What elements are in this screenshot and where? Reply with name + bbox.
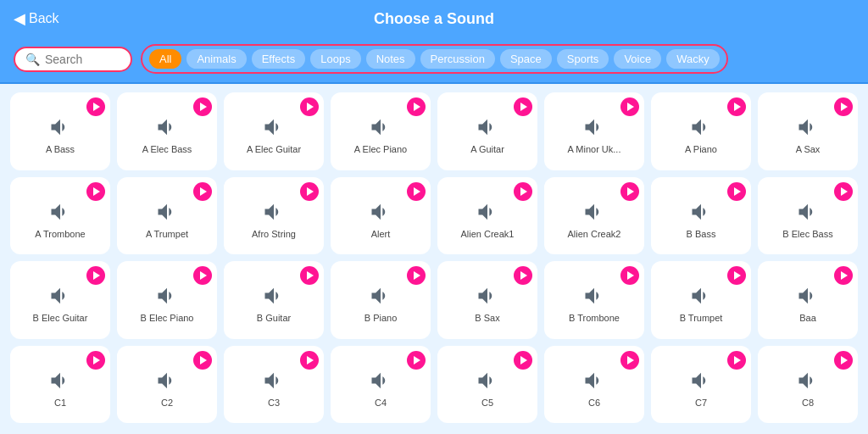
sound-label: A Sax: [796, 144, 821, 155]
play-button[interactable]: [834, 266, 853, 285]
sound-card[interactable]: A Elec Guitar: [224, 92, 324, 170]
filter-tab-effects[interactable]: Effects: [252, 49, 306, 69]
play-button[interactable]: [193, 351, 212, 370]
sound-card[interactable]: B Piano: [331, 261, 431, 339]
play-button[interactable]: [300, 351, 319, 370]
speaker-icon: [47, 369, 74, 392]
sound-label: B Trombone: [569, 313, 620, 324]
speaker-icon: [260, 369, 287, 392]
sound-card[interactable]: Afro String: [224, 177, 324, 255]
sound-card[interactable]: Alien Creak2: [544, 177, 644, 255]
sound-card[interactable]: B Sax: [437, 261, 537, 339]
play-button[interactable]: [514, 266, 532, 285]
search-input[interactable]: [45, 53, 121, 66]
play-button[interactable]: [834, 351, 853, 370]
sound-card[interactable]: B Trumpet: [651, 261, 751, 339]
speaker-icon: [794, 369, 821, 392]
speaker-icon: [474, 284, 501, 308]
sound-card[interactable]: A Guitar: [437, 92, 537, 170]
sound-card[interactable]: B Elec Guitar: [10, 261, 110, 339]
sound-card[interactable]: C7: [651, 346, 751, 424]
play-button[interactable]: [727, 266, 746, 285]
speaker-icon: [367, 200, 394, 224]
sound-card[interactable]: C2: [117, 346, 217, 424]
sound-card[interactable]: C1: [10, 346, 110, 424]
play-button[interactable]: [86, 351, 105, 370]
sound-label: B Bass: [687, 229, 716, 240]
sound-card[interactable]: A Elec Bass: [117, 92, 217, 170]
sound-card[interactable]: C8: [758, 346, 858, 424]
play-button[interactable]: [620, 351, 639, 370]
filter-tab-voice[interactable]: Voice: [614, 49, 661, 69]
play-button[interactable]: [86, 266, 105, 285]
play-button[interactable]: [834, 97, 853, 116]
search-box[interactable]: 🔍: [14, 47, 132, 72]
sound-card[interactable]: C6: [544, 346, 644, 424]
filter-tab-percussion[interactable]: Percussion: [420, 49, 495, 69]
sound-card[interactable]: Baa: [758, 261, 858, 339]
sound-label: A Guitar: [470, 144, 504, 155]
filter-tab-space[interactable]: Space: [500, 49, 552, 69]
sound-card[interactable]: A Bass: [10, 92, 110, 170]
filter-tab-all[interactable]: All: [149, 49, 181, 69]
play-button[interactable]: [193, 266, 212, 285]
play-button[interactable]: [86, 97, 105, 116]
sound-card[interactable]: B Elec Piano: [117, 261, 217, 339]
sound-card[interactable]: A Trumpet: [117, 177, 217, 255]
speaker-icon: [153, 115, 181, 139]
play-button[interactable]: [407, 182, 426, 201]
sound-card[interactable]: C4: [331, 346, 431, 424]
back-button[interactable]: ◀ Back: [14, 9, 59, 28]
play-button[interactable]: [620, 266, 639, 285]
sound-label: A Elec Bass: [142, 144, 192, 155]
sound-label: Alert: [371, 229, 391, 240]
play-button[interactable]: [193, 182, 212, 201]
search-icon: 🔍: [25, 53, 40, 66]
play-button[interactable]: [300, 266, 319, 285]
sound-card[interactable]: B Elec Bass: [758, 177, 858, 255]
play-button[interactable]: [727, 182, 746, 201]
play-button[interactable]: [834, 182, 853, 201]
play-button[interactable]: [193, 97, 212, 116]
play-button[interactable]: [407, 97, 426, 116]
filter-tab-animals[interactable]: Animals: [186, 49, 246, 69]
play-button[interactable]: [727, 351, 746, 370]
filter-tab-wacky[interactable]: Wacky: [666, 49, 720, 69]
sound-card[interactable]: C3: [224, 346, 324, 424]
sound-card[interactable]: B Trombone: [544, 261, 644, 339]
sound-card[interactable]: B Bass: [651, 177, 751, 255]
sound-label: C6: [588, 398, 600, 409]
play-button[interactable]: [86, 182, 105, 201]
filter-tab-sports[interactable]: Sports: [557, 49, 609, 69]
sound-card[interactable]: A Elec Piano: [331, 92, 431, 170]
play-button[interactable]: [407, 351, 426, 370]
filter-tab-notes[interactable]: Notes: [366, 49, 415, 69]
play-button[interactable]: [514, 182, 532, 201]
sound-card[interactable]: A Minor Uk...: [544, 92, 644, 170]
sound-label: A Trombone: [35, 229, 85, 240]
toolbar: 🔍 AllAnimalsEffectsLoopsNotesPercussionS…: [0, 37, 868, 84]
sound-label: Baa: [799, 313, 816, 324]
sound-card[interactable]: C5: [437, 346, 537, 424]
sound-card[interactable]: Alien Creak1: [437, 177, 537, 255]
play-button[interactable]: [514, 97, 532, 116]
play-button[interactable]: [300, 97, 319, 116]
filter-tab-loops[interactable]: Loops: [310, 49, 360, 69]
sound-card[interactable]: A Piano: [651, 92, 751, 170]
sound-label: A Elec Guitar: [247, 144, 301, 155]
sound-card[interactable]: A Trombone: [10, 177, 110, 255]
play-button[interactable]: [514, 351, 532, 370]
play-button[interactable]: [620, 97, 639, 116]
play-button[interactable]: [300, 182, 319, 201]
play-button[interactable]: [620, 182, 639, 201]
play-button[interactable]: [727, 97, 746, 116]
sound-label: B Elec Piano: [141, 313, 194, 324]
speaker-icon: [47, 284, 74, 308]
sound-label: C3: [268, 398, 280, 409]
play-button[interactable]: [407, 266, 426, 285]
sound-card[interactable]: Alert: [331, 177, 431, 255]
sound-label: B Elec Bass: [782, 229, 832, 240]
sound-card[interactable]: B Guitar: [224, 261, 324, 339]
sound-card[interactable]: A Sax: [758, 92, 858, 170]
sound-label: A Trumpet: [146, 229, 188, 240]
